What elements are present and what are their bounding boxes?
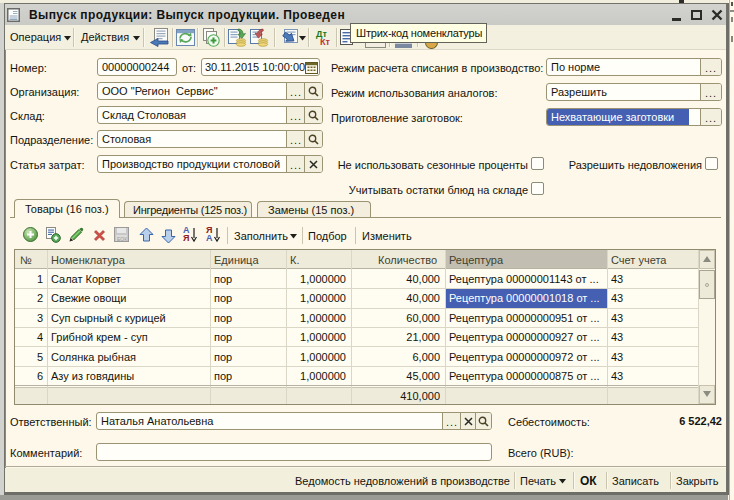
svg-text:ЕОК: ЕОК <box>117 236 127 242</box>
